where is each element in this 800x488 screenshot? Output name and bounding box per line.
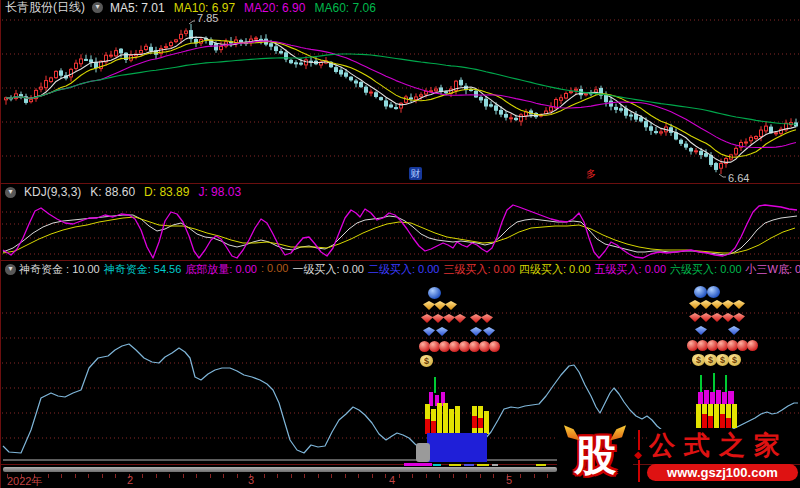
fund-indicator-labels: 神奇资金 : 10.00神奇资金: 54.56底部放量: 0.00: 0.00一… xyxy=(19,262,800,277)
horizontal-scrollbar[interactable] xyxy=(3,467,557,472)
x-axis-label: 2022年 xyxy=(7,474,42,488)
x-axis-label: 4 xyxy=(389,474,395,486)
ma-label: MA10: 6.97 xyxy=(174,1,235,15)
x-axis-tick xyxy=(547,474,548,478)
ma-labels: MA5: 7.01MA10: 6.97MA20: 6.90MA60: 7.06 xyxy=(110,1,376,15)
ma-label: MA5: 7.01 xyxy=(110,1,165,15)
fund-indicator-label: 五级买入: 0.00 xyxy=(595,262,667,277)
charts-canvas: 7.856.64 xyxy=(1,0,800,488)
kdj-chart xyxy=(2,205,799,258)
stock-title: 长青股份(日线) xyxy=(5,0,85,16)
fund-indicator-label: 底部放量: 0.00 xyxy=(185,262,257,277)
fund-indicator-label: 神奇资金 : 10.00 xyxy=(19,262,100,277)
x-axis-tick xyxy=(358,474,359,478)
kdj-labels: KDJ(9,3,3)K: 88.60D: 83.89J: 98.03 xyxy=(24,185,241,199)
diamond-icon: ◆ xyxy=(634,450,642,460)
x-axis-tick xyxy=(439,474,440,478)
x-axis-tick xyxy=(372,474,373,478)
x-axis-tick xyxy=(385,474,386,478)
x-axis-tick xyxy=(480,474,481,478)
logo-stock-glyph: 股 xyxy=(574,431,616,481)
x-axis-tick xyxy=(304,474,305,478)
fund-indicator-label: 二级买入: 0.00 xyxy=(368,262,440,277)
x-axis-tick xyxy=(142,474,143,478)
fund-indicator-label: : 0.00 xyxy=(261,262,289,277)
x-axis-tick xyxy=(75,474,76,478)
x-axis-label: 3 xyxy=(248,474,254,486)
fund-indicator-header: ▾ 神奇资金 : 10.00神奇资金: 54.56底部放量: 0.00: 0.0… xyxy=(1,263,800,275)
kdj-label: KDJ(9,3,3) xyxy=(24,185,81,199)
fund-indicator-label: 小三W底: 0.00 xyxy=(746,262,800,277)
x-axis-tick xyxy=(534,474,535,478)
fund-indicator-label: 一级买入: 0.00 xyxy=(292,262,364,277)
x-axis-tick xyxy=(156,474,157,478)
x-axis-tick xyxy=(412,474,413,478)
logo-site-name: 公式之家 xyxy=(649,429,799,462)
fund-indicator-label: 四级买入: 0.00 xyxy=(519,262,591,277)
kdj-header: ▾ KDJ(9,3,3)K: 88.60D: 83.89J: 98.03 xyxy=(1,186,800,198)
ma-label: MA60: 7.06 xyxy=(314,1,375,15)
x-axis-tick xyxy=(183,474,184,478)
x-axis-tick xyxy=(493,474,494,478)
collapse-main-icon[interactable]: ▾ xyxy=(92,2,103,13)
fortune-marker-badge: 财 xyxy=(409,167,422,180)
x-axis-tick xyxy=(223,474,224,478)
x-axis-tick xyxy=(345,474,346,478)
x-axis-tick xyxy=(115,474,116,478)
main-chart-header: 长青股份(日线) ▾ MA5: 7.01MA10: 6.97MA20: 6.90… xyxy=(1,1,800,14)
panel-divider xyxy=(1,183,800,184)
collapse-fund-icon[interactable]: ▾ xyxy=(5,264,16,275)
fund-indicator-label: 六级买入: 0.00 xyxy=(670,262,742,277)
x-axis-tick xyxy=(426,474,427,478)
logo-bull-icon: 股 xyxy=(557,427,633,484)
x-axis-tick xyxy=(61,474,62,478)
x-axis-tick xyxy=(196,474,197,478)
x-axis-label: 2 xyxy=(127,474,133,486)
x-axis-tick xyxy=(331,474,332,478)
kdj-label: D: 83.89 xyxy=(144,185,189,199)
x-axis-tick xyxy=(277,474,278,478)
bullish-marker-text: 多 xyxy=(586,167,596,181)
x-axis-tick xyxy=(520,474,521,478)
x-axis-tick xyxy=(318,474,319,478)
x-axis-tick xyxy=(453,474,454,478)
x-axis-tick xyxy=(48,474,49,478)
x-axis-tick xyxy=(169,474,170,478)
main-candlestick-chart: 7.856.64 xyxy=(2,12,799,184)
x-axis-tick xyxy=(210,474,211,478)
x-axis-tick xyxy=(237,474,238,478)
kdj-label: K: 88.60 xyxy=(90,185,135,199)
x-axis-tick xyxy=(466,474,467,478)
logo-site-url[interactable]: www.gszj100.com xyxy=(647,464,798,481)
collapse-kdj-icon[interactable]: ▾ xyxy=(5,187,16,198)
fund-indicator-label: 三级买入: 0.00 xyxy=(443,262,515,277)
x-axis-tick xyxy=(264,474,265,478)
x-axis-tick xyxy=(102,474,103,478)
kdj-label: J: 98.03 xyxy=(198,185,241,199)
trading-app-window: 7.856.64 长青股份(日线) ▾ MA5: 7.01MA10: 6.97M… xyxy=(0,0,800,488)
logo-divider: ◆ xyxy=(638,430,640,482)
fund-indicator-label: 神奇资金: 54.56 xyxy=(104,262,182,277)
x-axis-tick xyxy=(88,474,89,478)
x-axis-tick xyxy=(291,474,292,478)
x-axis-tick xyxy=(399,474,400,478)
x-axis-label: 5 xyxy=(506,474,512,486)
ma-label: MA20: 6.90 xyxy=(244,1,305,15)
